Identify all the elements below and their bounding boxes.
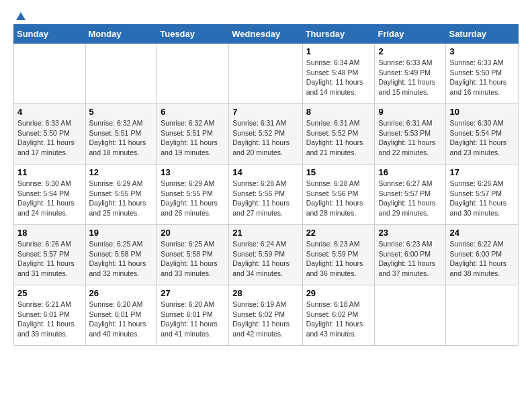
- day-cell: 6Sunrise: 6:32 AM Sunset: 5:51 PM Daylig…: [157, 104, 229, 165]
- day-cell: [157, 44, 229, 104]
- logo-icon: [15, 11, 27, 23]
- day-number: 3: [449, 46, 515, 56]
- day-number: 27: [161, 288, 225, 298]
- day-number: 13: [161, 167, 225, 177]
- day-number: 19: [89, 228, 154, 238]
- day-cell: 28Sunrise: 6:19 AM Sunset: 6:02 PM Dayli…: [229, 285, 302, 346]
- day-cell: 3Sunrise: 6:33 AM Sunset: 5:50 PM Daylig…: [446, 44, 519, 104]
- calendar-header: SundayMondayTuesdayWednesdayThursdayFrid…: [14, 25, 519, 44]
- day-info: Sunrise: 6:18 AM Sunset: 6:02 PM Dayligh…: [306, 300, 363, 338]
- day-info: Sunrise: 6:28 AM Sunset: 5:56 PM Dayligh…: [232, 179, 290, 217]
- week-row-4: 18Sunrise: 6:26 AM Sunset: 5:57 PM Dayli…: [14, 225, 519, 285]
- day-info: Sunrise: 6:31 AM Sunset: 5:52 PM Dayligh…: [232, 119, 290, 156]
- day-info: Sunrise: 6:20 AM Sunset: 6:01 PM Dayligh…: [89, 300, 146, 338]
- day-cell: [85, 44, 157, 104]
- day-number: 25: [17, 288, 82, 298]
- day-cell: 24Sunrise: 6:22 AM Sunset: 6:00 PM Dayli…: [446, 225, 519, 285]
- day-cell: 8Sunrise: 6:31 AM Sunset: 5:52 PM Daylig…: [302, 104, 375, 165]
- day-info: Sunrise: 6:23 AM Sunset: 5:59 PM Dayligh…: [306, 240, 363, 277]
- day-cell: 20Sunrise: 6:25 AM Sunset: 5:58 PM Dayli…: [157, 225, 229, 285]
- week-row-1: 1Sunrise: 6:34 AM Sunset: 5:48 PM Daylig…: [14, 44, 519, 104]
- day-cell: 18Sunrise: 6:26 AM Sunset: 5:57 PM Dayli…: [14, 225, 86, 285]
- day-info: Sunrise: 6:30 AM Sunset: 5:54 PM Dayligh…: [17, 179, 75, 217]
- header-cell-sunday: Sunday: [14, 25, 86, 44]
- day-info: Sunrise: 6:24 AM Sunset: 5:59 PM Dayligh…: [232, 240, 290, 277]
- day-cell: 16Sunrise: 6:27 AM Sunset: 5:57 PM Dayli…: [375, 165, 446, 225]
- day-number: 1: [306, 46, 371, 56]
- day-info: Sunrise: 6:33 AM Sunset: 5:49 PM Dayligh…: [378, 58, 435, 96]
- day-cell: [375, 285, 446, 346]
- day-number: 11: [17, 167, 82, 177]
- day-info: Sunrise: 6:32 AM Sunset: 5:51 PM Dayligh…: [161, 119, 218, 156]
- day-number: 14: [232, 167, 298, 177]
- day-number: 4: [17, 107, 82, 117]
- day-cell: 27Sunrise: 6:20 AM Sunset: 6:01 PM Dayli…: [157, 285, 229, 346]
- day-info: Sunrise: 6:34 AM Sunset: 5:48 PM Dayligh…: [306, 58, 363, 96]
- day-cell: 4Sunrise: 6:33 AM Sunset: 5:50 PM Daylig…: [14, 104, 86, 165]
- day-cell: 11Sunrise: 6:30 AM Sunset: 5:54 PM Dayli…: [14, 165, 86, 225]
- page-header: [13, 11, 519, 20]
- week-row-5: 25Sunrise: 6:21 AM Sunset: 6:01 PM Dayli…: [14, 285, 519, 346]
- header-cell-thursday: Thursday: [302, 25, 375, 44]
- day-info: Sunrise: 6:25 AM Sunset: 5:58 PM Dayligh…: [89, 240, 146, 277]
- day-cell: 23Sunrise: 6:23 AM Sunset: 6:00 PM Dayli…: [375, 225, 446, 285]
- week-row-3: 11Sunrise: 6:30 AM Sunset: 5:54 PM Dayli…: [14, 165, 519, 225]
- day-number: 29: [306, 288, 371, 298]
- day-number: 12: [89, 167, 154, 177]
- day-number: 24: [449, 228, 515, 238]
- day-cell: 12Sunrise: 6:29 AM Sunset: 5:55 PM Dayli…: [85, 165, 157, 225]
- day-cell: 22Sunrise: 6:23 AM Sunset: 5:59 PM Dayli…: [302, 225, 375, 285]
- day-info: Sunrise: 6:29 AM Sunset: 5:55 PM Dayligh…: [161, 179, 218, 217]
- header-cell-friday: Friday: [375, 25, 446, 44]
- day-number: 23: [378, 228, 442, 238]
- day-cell: 9Sunrise: 6:31 AM Sunset: 5:53 PM Daylig…: [375, 104, 446, 165]
- day-info: Sunrise: 6:32 AM Sunset: 5:51 PM Dayligh…: [89, 119, 146, 156]
- day-cell: 29Sunrise: 6:18 AM Sunset: 6:02 PM Dayli…: [302, 285, 375, 346]
- day-cell: 17Sunrise: 6:26 AM Sunset: 5:57 PM Dayli…: [446, 165, 519, 225]
- day-info: Sunrise: 6:23 AM Sunset: 6:00 PM Dayligh…: [378, 240, 435, 277]
- day-cell: 2Sunrise: 6:33 AM Sunset: 5:49 PM Daylig…: [375, 44, 446, 104]
- header-row: SundayMondayTuesdayWednesdayThursdayFrid…: [14, 25, 519, 44]
- day-number: 15: [306, 167, 371, 177]
- day-cell: [446, 285, 519, 346]
- header-cell-monday: Monday: [85, 25, 157, 44]
- day-info: Sunrise: 6:22 AM Sunset: 6:00 PM Dayligh…: [449, 240, 506, 277]
- day-number: 5: [89, 107, 154, 117]
- day-number: 7: [232, 107, 298, 117]
- day-number: 28: [232, 288, 298, 298]
- day-info: Sunrise: 6:26 AM Sunset: 5:57 PM Dayligh…: [17, 240, 75, 277]
- calendar-body: 1Sunrise: 6:34 AM Sunset: 5:48 PM Daylig…: [14, 44, 519, 346]
- day-info: Sunrise: 6:27 AM Sunset: 5:57 PM Dayligh…: [378, 179, 435, 217]
- day-cell: 10Sunrise: 6:30 AM Sunset: 5:54 PM Dayli…: [446, 104, 519, 165]
- calendar-table: SundayMondayTuesdayWednesdayThursdayFrid…: [13, 24, 519, 346]
- day-cell: 15Sunrise: 6:28 AM Sunset: 5:56 PM Dayli…: [302, 165, 375, 225]
- day-cell: 14Sunrise: 6:28 AM Sunset: 5:56 PM Dayli…: [229, 165, 302, 225]
- day-number: 20: [161, 228, 225, 238]
- day-info: Sunrise: 6:28 AM Sunset: 5:56 PM Dayligh…: [306, 179, 363, 217]
- day-cell: 7Sunrise: 6:31 AM Sunset: 5:52 PM Daylig…: [229, 104, 302, 165]
- day-cell: 26Sunrise: 6:20 AM Sunset: 6:01 PM Dayli…: [85, 285, 157, 346]
- day-cell: 13Sunrise: 6:29 AM Sunset: 5:55 PM Dayli…: [157, 165, 229, 225]
- day-info: Sunrise: 6:26 AM Sunset: 5:57 PM Dayligh…: [449, 179, 506, 217]
- logo: [13, 11, 27, 20]
- day-cell: 19Sunrise: 6:25 AM Sunset: 5:58 PM Dayli…: [85, 225, 157, 285]
- day-number: 21: [232, 228, 298, 238]
- day-info: Sunrise: 6:31 AM Sunset: 5:53 PM Dayligh…: [378, 119, 435, 156]
- day-cell: [14, 44, 86, 104]
- day-cell: 25Sunrise: 6:21 AM Sunset: 6:01 PM Dayli…: [14, 285, 86, 346]
- day-cell: [229, 44, 302, 104]
- day-info: Sunrise: 6:31 AM Sunset: 5:52 PM Dayligh…: [306, 119, 363, 156]
- day-number: 8: [306, 107, 371, 117]
- header-cell-wednesday: Wednesday: [229, 25, 302, 44]
- day-number: 9: [378, 107, 442, 117]
- day-info: Sunrise: 6:20 AM Sunset: 6:01 PM Dayligh…: [161, 300, 218, 338]
- svg-marker-0: [16, 12, 26, 20]
- day-info: Sunrise: 6:30 AM Sunset: 5:54 PM Dayligh…: [449, 119, 506, 156]
- day-cell: 1Sunrise: 6:34 AM Sunset: 5:48 PM Daylig…: [302, 44, 375, 104]
- day-info: Sunrise: 6:25 AM Sunset: 5:58 PM Dayligh…: [161, 240, 218, 277]
- day-info: Sunrise: 6:19 AM Sunset: 6:02 PM Dayligh…: [232, 300, 290, 338]
- day-number: 16: [378, 167, 442, 177]
- day-number: 17: [449, 167, 515, 177]
- day-info: Sunrise: 6:21 AM Sunset: 6:01 PM Dayligh…: [17, 300, 75, 338]
- day-number: 18: [17, 228, 82, 238]
